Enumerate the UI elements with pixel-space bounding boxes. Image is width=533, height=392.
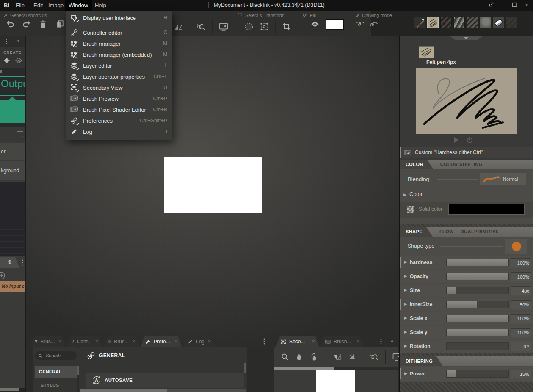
fill-icon[interactable]: [310, 20, 320, 29]
expander-icon[interactable]: ▶: [403, 193, 406, 197]
panel-close-icon[interactable]: ×: [16, 38, 19, 44]
expander-icon[interactable]: ▶: [404, 288, 407, 292]
tab-close-icon[interactable]: ×: [208, 339, 211, 345]
close-icon[interactable]: ×: [522, 1, 531, 9]
scrollbar-track[interactable]: [0, 388, 25, 392]
tab-close-icon[interactable]: ×: [356, 339, 359, 345]
menu-item-brush-manager-embedded[interactable]: Brush manager (embedded)M: [66, 49, 172, 60]
slider-track[interactable]: [446, 315, 509, 322]
diamond-icon[interactable]: [3, 57, 11, 64]
menu-item-secondary-view[interactable]: ✓Secondary ViewU: [66, 82, 172, 93]
tab-cont[interactable]: Cont...×: [67, 336, 102, 347]
tab-brus[interactable]: Brus...×: [30, 336, 66, 347]
slider-track[interactable]: [446, 287, 509, 294]
diamond-g-icon[interactable]: G: [14, 57, 23, 64]
menu-item-preferences[interactable]: ✓PreferencesCtrl+Shift+P: [66, 115, 172, 126]
shape-type-selector[interactable]: [505, 239, 527, 254]
controller-row[interactable]: Custom "Hardness dither Ctrl": [400, 147, 533, 158]
expander-icon[interactable]: ▶: [404, 316, 407, 320]
tab-log[interactable]: Log×: [183, 336, 215, 347]
menu-item-controller-editor[interactable]: Controller editorC: [66, 27, 172, 38]
panel-close-icon[interactable]: ×: [390, 337, 394, 344]
divider-handle[interactable]: [0, 70, 2, 73]
zoom-icon[interactable]: [370, 353, 379, 361]
tab-close-icon[interactable]: ×: [132, 339, 135, 345]
slider-track[interactable]: [446, 259, 509, 266]
nav-item-stylus[interactable]: STYLUS: [35, 380, 77, 390]
scrollbar-thumb[interactable]: [244, 363, 246, 373]
tab-color-shifting[interactable]: COLOR SHIFTING: [440, 160, 483, 169]
checker-swatch-icon[interactable]: [407, 206, 414, 213]
menu-item-brush-manager[interactable]: Brush managerM: [66, 38, 172, 49]
redo-icon[interactable]: [22, 19, 32, 29]
flip-icon[interactable]: [174, 22, 184, 31]
texture-brush-3[interactable]: [467, 17, 478, 28]
panel-menu-icon[interactable]: [6, 39, 7, 44]
tab-color[interactable]: COLOR: [400, 160, 434, 169]
search-input[interactable]: [45, 353, 72, 359]
menu-item-layer-editor[interactable]: ✓Layer editorL: [66, 60, 172, 71]
document-canvas[interactable]: [164, 157, 262, 213]
menubar-file[interactable]: File: [12, 0, 28, 11]
copy-icon[interactable]: [55, 19, 65, 29]
texture-brush-2[interactable]: [453, 17, 465, 28]
solid-color-swatch[interactable]: [448, 204, 525, 215]
node-grid-area[interactable]: [0, 182, 25, 256]
pin-icon[interactable]: [487, 1, 495, 9]
expander-icon[interactable]: ▶: [404, 260, 407, 264]
slider-track[interactable]: [446, 273, 509, 280]
texture-brush-1[interactable]: [440, 17, 452, 28]
transform-icon[interactable]: [259, 22, 269, 31]
slider-size[interactable]: ▶Size4px: [400, 284, 533, 297]
rotate-view-icon[interactable]: [310, 353, 319, 361]
menu-item-layer-operator-properties[interactable]: ✓Layer operator propertiesCtrl+L: [66, 71, 172, 82]
slider-opacity[interactable]: ▶Opacity100%: [400, 270, 533, 283]
menubar-image[interactable]: Image: [44, 0, 67, 11]
scrollbar-thumb[interactable]: [80, 389, 167, 392]
scrollbar-track[interactable]: [77, 366, 79, 392]
hand-icon[interactable]: [295, 353, 304, 361]
expander-icon[interactable]: ▶: [404, 330, 407, 334]
expander-icon[interactable]: ▶: [404, 344, 407, 348]
tab-dualprimitive[interactable]: DUALPRIMITIVE: [461, 227, 499, 237]
brush-preview-area[interactable]: [416, 68, 517, 134]
output-node-block[interactable]: [0, 100, 25, 123]
expander-icon[interactable]: ▶: [404, 274, 407, 278]
scrollbar-track[interactable]: [244, 363, 246, 389]
arrow-circle-icon[interactable]: [0, 271, 6, 280]
minimize-icon[interactable]: —: [499, 1, 507, 9]
play-icon[interactable]: [453, 137, 459, 143]
ellipse-select-icon[interactable]: [244, 22, 254, 31]
autosave-group-row[interactable]: A AUTOSAVE: [86, 373, 246, 388]
node-graph-area[interactable]: Output: [0, 68, 25, 127]
slider-track[interactable]: [446, 301, 509, 308]
layer-visibility-icon[interactable]: [17, 131, 23, 137]
page-tab[interactable]: 1: [0, 257, 19, 268]
slider-track[interactable]: [446, 370, 509, 378]
slider-track[interactable]: [446, 342, 509, 350]
expander-icon[interactable]: ▶: [404, 371, 407, 375]
tab-prefe[interactable]: Prefe...×: [141, 336, 182, 347]
tab-close-icon[interactable]: ×: [95, 339, 98, 345]
slider-innersize[interactable]: ▶innerSize50%: [400, 298, 533, 311]
slider-rotation[interactable]: ▶Rotation0 °: [400, 340, 533, 353]
texture-brush-4[interactable]: [480, 17, 491, 28]
trash-icon[interactable]: [38, 19, 48, 29]
felt-pen[interactable]: [427, 17, 439, 28]
brush-thumbnail[interactable]: [419, 46, 434, 58]
eraser[interactable]: [493, 17, 504, 28]
magnifier-icon[interactable]: [280, 353, 290, 361]
slider-hardness[interactable]: ▶hardness100%: [400, 256, 533, 269]
search-box[interactable]: [35, 351, 77, 360]
stroke-a-icon[interactable]: [356, 19, 366, 29]
color-swatch[interactable]: [326, 19, 344, 30]
texture-brush-5[interactable]: [506, 17, 517, 28]
slider-track[interactable]: [446, 329, 509, 336]
scrollbar-track[interactable]: [80, 389, 246, 392]
brush-tool[interactable]: [414, 17, 425, 28]
collapse-tab[interactable]: [450, 36, 483, 40]
scrollbar-thumb[interactable]: [77, 366, 79, 375]
display-icon[interactable]: [218, 22, 229, 31]
panel-menu-icon[interactable]: [380, 338, 382, 345]
menubar-help[interactable]: Help: [91, 0, 110, 11]
